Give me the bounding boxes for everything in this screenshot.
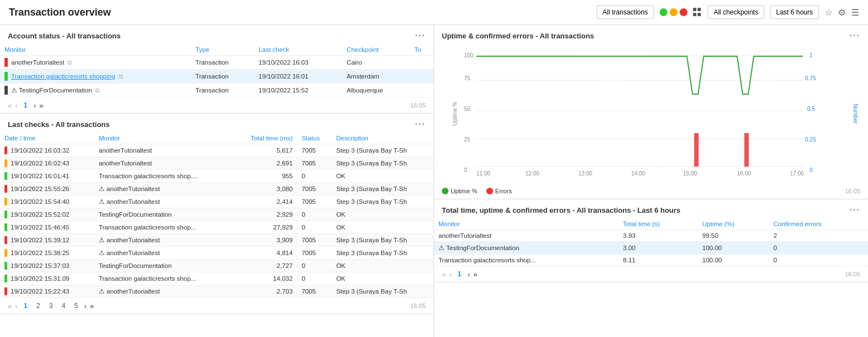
- chart-legend: Uptime % Errors 16:05: [434, 183, 868, 199]
- lc-pag-2[interactable]: 2: [33, 301, 43, 310]
- table-row[interactable]: ⚠ TestingForDocumentation ⧉ Transaction …: [0, 84, 433, 97]
- lc-pag-last[interactable]: »: [90, 302, 94, 310]
- settings-icon[interactable]: ⚙: [838, 7, 846, 18]
- table-row[interactable]: 19/10/2022 15:52:02 TestingForDocumentat…: [0, 208, 433, 221]
- last-checks-panel: Last checks - All transactions ··· Date …: [0, 114, 433, 314]
- tt-col-confirmed-errors: Confirmed errors: [769, 218, 868, 230]
- tt-pag-last[interactable]: »: [474, 270, 477, 279]
- table-row[interactable]: 19/10/2022 15:39:12 ⚠ anotherTutorialtes…: [0, 234, 433, 247]
- lc-total-time-cell: 3,909: [232, 234, 298, 247]
- pag-next[interactable]: ›: [33, 101, 36, 110]
- monitor-name[interactable]: ⚠ anotherTutorialtest: [99, 185, 160, 192]
- table-row[interactable]: 19/10/2022 16:01:41 Transaction galactic…: [0, 170, 433, 183]
- tt-pag-prev[interactable]: ‹: [449, 270, 451, 279]
- lc-pag-5[interactable]: 5: [71, 301, 81, 310]
- copy-icon[interactable]: ⧉: [119, 73, 123, 80]
- copy-icon[interactable]: ⧉: [67, 59, 72, 66]
- table-row[interactable]: Transaction galacticresorts shop... 8.11…: [434, 255, 868, 266]
- monitor-name[interactable]: Transaction galacticresorts shop....: [99, 173, 198, 179]
- lc-pag-1[interactable]: 1: [21, 301, 31, 310]
- monitor-name[interactable]: anotherTutorialtest: [99, 147, 152, 154]
- table-row[interactable]: 19/10/2022 15:37:03 TestingForDocumentat…: [0, 260, 433, 272]
- monitor-name[interactable]: anotherTutorialtest: [438, 232, 491, 239]
- monitor-name[interactable]: ⚠ TestingForDocumentation: [438, 245, 519, 251]
- pag-last[interactable]: »: [40, 101, 43, 110]
- lc-monitor-cell: anotherTutorialtest: [94, 157, 232, 170]
- monitor-name[interactable]: anotherTutorialtest: [99, 160, 152, 167]
- monitor-name[interactable]: Transaction galacticresorts shopping: [11, 73, 115, 80]
- monitor-name[interactable]: ⚠ anotherTutorialtest: [99, 250, 160, 256]
- monitor-name[interactable]: TestingForDocumentation: [99, 211, 172, 218]
- status-indicator: [4, 185, 7, 193]
- tt-pag-first[interactable]: «: [442, 270, 446, 279]
- table-row[interactable]: ⚠ TestingForDocumentation 3.00 100.00 0: [434, 242, 868, 255]
- status-indicator: [4, 159, 7, 167]
- as-checkpoint-cell: Albuquerque: [342, 84, 410, 97]
- tt-pag-next[interactable]: ›: [467, 270, 470, 279]
- account-status-more[interactable]: ···: [415, 31, 426, 41]
- monitor-name[interactable]: ⚠ anotherTutorialtest: [99, 288, 160, 295]
- pag-first[interactable]: «: [8, 101, 12, 110]
- as-to-cell: [410, 70, 433, 84]
- tt-confirmed-errors-val: 0: [769, 242, 868, 255]
- lc-pag-next[interactable]: ›: [84, 302, 86, 310]
- lc-desc-cell: Step 3 (Suraya Bay T-Sh: [331, 157, 433, 170]
- lc-datetime-cell: 19/10/2022 15:39:12: [0, 234, 94, 247]
- monitor-name[interactable]: Transaction galacticresorts shop...: [438, 257, 536, 263]
- table-row[interactable]: 19/10/2022 15:38:25 ⚠ anotherTutorialtes…: [0, 247, 433, 260]
- svg-text:17:00: 17:00: [790, 170, 804, 177]
- last-checks-title: Last checks - All transactions: [8, 120, 110, 129]
- monitor-name[interactable]: TestingForDocumentation: [99, 262, 172, 269]
- last-checks-pagination: « ‹ 1 2 3 4 5 › » 16:05: [0, 298, 433, 314]
- lc-pag-first[interactable]: «: [8, 302, 12, 310]
- col-to: To: [410, 44, 433, 56]
- grid-view-icon[interactable]: [693, 8, 702, 17]
- star-icon[interactable]: ☆: [825, 7, 832, 18]
- table-row[interactable]: 19/10/2022 15:22:43 ⚠ anotherTutorialtes…: [0, 285, 433, 298]
- table-row[interactable]: anotherTutorialtest 3.93 99.50 2: [434, 230, 868, 242]
- tt-confirmed-errors-val: 2: [769, 230, 868, 242]
- lc-pag-prev[interactable]: ‹: [15, 302, 17, 310]
- y-right-axis-label: Number: [853, 104, 859, 124]
- copy-icon[interactable]: ⧉: [95, 87, 100, 94]
- tt-total-time-val: 3.93: [618, 230, 698, 242]
- as-lastcheck-cell: 19/10/2022 16:03: [254, 56, 342, 70]
- all-checkpoints-button[interactable]: All checkpoints: [708, 6, 764, 19]
- uptime-title: Uptime & confirmed errors - All transact…: [442, 32, 594, 40]
- lc-desc-cell: Step 3 (Suraya Bay T-Sh: [331, 144, 433, 157]
- lc-pag-4[interactable]: 4: [59, 301, 69, 310]
- table-row[interactable]: 19/10/2022 15:31:09 Transaction galactic…: [0, 272, 433, 285]
- last-6h-button[interactable]: Last 6 hours: [770, 6, 819, 19]
- monitor-name[interactable]: ⚠ anotherTutorialtest: [99, 237, 160, 243]
- total-time-more[interactable]: ···: [850, 205, 860, 215]
- table-row[interactable]: 19/10/2022 16:03:32 anotherTutorialtest …: [0, 144, 433, 157]
- menu-icon[interactable]: ☰: [851, 7, 859, 18]
- monitor-name[interactable]: Transaction galacticresorts shop...: [99, 224, 196, 231]
- svg-text:1: 1: [810, 52, 813, 58]
- col-type: Type: [191, 44, 254, 56]
- tt-total-time-val: 3.00: [618, 242, 698, 255]
- uptime-more[interactable]: ···: [850, 31, 860, 41]
- svg-text:50: 50: [464, 106, 471, 112]
- last-checks-more[interactable]: ···: [415, 119, 426, 129]
- table-row[interactable]: 19/10/2022 15:54:40 ⚠ anotherTutorialtes…: [0, 196, 433, 208]
- table-row[interactable]: Transaction galacticresorts shopping ⧉ T…: [0, 70, 433, 84]
- monitor-name[interactable]: ⚠ TestingForDocumentation: [11, 86, 92, 94]
- tt-pag-1[interactable]: 1: [455, 270, 465, 279]
- pag-page-1[interactable]: 1: [21, 101, 31, 110]
- all-transactions-button[interactable]: All transactions: [597, 6, 654, 19]
- monitor-name[interactable]: Transaction galacticresorts shop...: [99, 275, 196, 282]
- svg-rect-23: [744, 133, 749, 167]
- lc-pag-3[interactable]: 3: [46, 301, 56, 310]
- svg-text:0.5: 0.5: [807, 106, 815, 112]
- table-row[interactable]: anotherTutorialtest ⧉ Transaction 19/10/…: [0, 56, 433, 70]
- table-row[interactable]: 19/10/2022 16:02:43 anotherTutorialtest …: [0, 157, 433, 170]
- table-row[interactable]: 19/10/2022 15:55:26 ⚠ anotherTutorialtes…: [0, 183, 433, 196]
- svg-text:0: 0: [810, 167, 813, 173]
- monitor-name[interactable]: anotherTutorialtest: [11, 59, 64, 66]
- table-row[interactable]: 19/10/2022 15:46:45 Transaction galactic…: [0, 221, 433, 234]
- pag-prev[interactable]: ‹: [15, 101, 17, 110]
- as-lastcheck-cell: 19/10/2022 15:52: [254, 84, 342, 97]
- datetime-value: 19/10/2022 15:38:25: [11, 250, 70, 256]
- monitor-name[interactable]: ⚠ anotherTutorialtest: [99, 198, 160, 205]
